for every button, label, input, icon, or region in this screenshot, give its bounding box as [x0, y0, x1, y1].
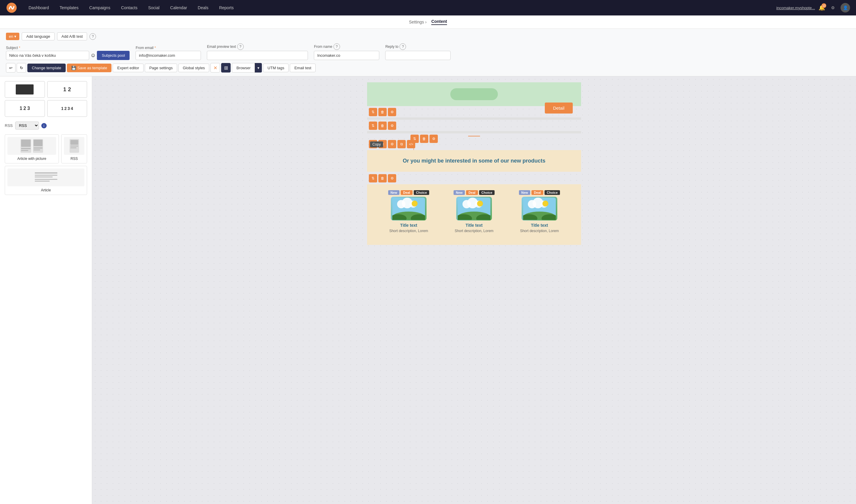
rss-block-icon — [64, 137, 84, 155]
nav-social[interactable]: Social — [143, 1, 165, 15]
avatar[interactable]: 👤 — [840, 3, 850, 13]
copy-section-code[interactable]: </> — [407, 140, 415, 148]
section-1-trash[interactable]: 🗑 — [378, 108, 387, 116]
section-1-move[interactable]: ⇅ — [369, 108, 377, 116]
nav-calendar[interactable]: Calendar — [165, 1, 193, 15]
nav-dashboard[interactable]: Dashboard — [23, 1, 54, 15]
product-img-placeholder — [450, 88, 498, 100]
grid-x-button[interactable]: ✕ — [211, 63, 220, 73]
add-ab-test-button[interactable]: Add A/B test — [57, 32, 87, 40]
settings-icon[interactable]: ⚙ — [829, 3, 837, 12]
subject-label: Subject * — [6, 46, 130, 50]
section-2-move[interactable]: ⇅ — [369, 122, 377, 130]
subjects-pool-button[interactable]: Subjects pool — [97, 51, 130, 60]
reply-to-input[interactable] — [385, 51, 450, 60]
badge-new-2: New — [453, 190, 465, 195]
expert-editor-button[interactable]: Expert editor — [113, 64, 144, 72]
from-name-input[interactable] — [314, 51, 379, 60]
top-section: Detail — [367, 82, 581, 106]
block-rss[interactable]: RSS — [61, 134, 87, 163]
notification-bell-wrap[interactable]: 🔔 10 — [819, 4, 825, 11]
nav-user-link[interactable]: incomaker.myshopte... — [777, 6, 815, 10]
lang-button[interactable]: en ▾ — [6, 33, 19, 40]
email-preview-input[interactable] — [207, 51, 308, 60]
nav-campaigns[interactable]: Campaigns — [84, 1, 115, 15]
section-5-row: ⇅ 🗑 ⚙ — [367, 173, 581, 184]
email-preview-field-group: Email preview text ? — [207, 43, 308, 60]
page-settings-button[interactable]: Page settings — [145, 64, 177, 72]
section-2-settings[interactable]: ⚙ — [388, 122, 396, 130]
change-template-button[interactable]: Change template — [27, 64, 66, 72]
section-5-trash[interactable]: 🗑 — [378, 174, 387, 182]
svg-rect-11 — [70, 146, 78, 146]
email-preview-help[interactable]: ? — [237, 43, 244, 50]
svg-rect-2 — [21, 140, 31, 147]
svg-rect-10 — [70, 140, 78, 145]
nav-right: incomaker.myshopte... 🔔 10 ⚙ 👤 — [777, 3, 850, 13]
section-5-settings[interactable]: ⚙ — [388, 174, 396, 182]
breadcrumb-settings[interactable]: Settings › — [409, 20, 427, 24]
rss-select[interactable]: RSS — [15, 122, 39, 130]
copy-section-settings[interactable]: ⚙ — [388, 140, 396, 148]
main-content: 1 2 1 2 3 1 2 3 4 — [0, 76, 856, 504]
section-1-controls: ⇅ 🗑 ⚙ — [367, 107, 542, 118]
product-2-image — [456, 197, 492, 220]
from-name-label: From name ? — [314, 43, 379, 50]
layout-1col[interactable] — [5, 81, 45, 98]
toolbar-area: en ▾ Add language Add A/B test ? Subject… — [0, 29, 856, 76]
products-intro-section: Or you might be interested in some of ou… — [367, 150, 581, 172]
from-name-help[interactable]: ? — [334, 43, 340, 50]
copy-section-copy[interactable]: ⧉ — [397, 140, 406, 148]
subject-input[interactable] — [6, 51, 89, 60]
product-3-badges: New Deal Choice — [510, 190, 569, 195]
add-language-button[interactable]: Add language — [22, 32, 54, 40]
nav-deals[interactable]: Deals — [192, 1, 214, 15]
save-icon: 💾 — [71, 66, 76, 70]
layout-1-2col[interactable]: 1 2 — [47, 81, 87, 98]
help-button[interactable]: ? — [89, 33, 96, 40]
utm-tags-button[interactable]: UTM tags — [263, 64, 289, 72]
grid-4col-button[interactable]: ⊞ — [221, 63, 231, 73]
breadcrumb-content[interactable]: Content — [431, 19, 447, 25]
email-test-button[interactable]: Email test — [290, 64, 316, 72]
svg-point-25 — [412, 201, 417, 206]
article-label: Article — [7, 188, 84, 192]
lang-row: en ▾ Add language Add A/B test ? — [6, 32, 850, 40]
layout-1-2-3col[interactable]: 1 2 3 — [5, 100, 45, 117]
smile-icon[interactable]: ☺ — [90, 52, 96, 58]
layout-1-2-3-4col[interactable]: 1 2 3 4 — [47, 100, 87, 117]
subject-field-group: Subject * ☺ Subjects pool — [6, 46, 130, 60]
block-article[interactable]: Article — [5, 166, 87, 195]
rss-label: RSS — [5, 123, 13, 128]
section-5-move[interactable]: ⇅ — [369, 174, 377, 182]
nav-links: Dashboard Templates Campaigns Contacts S… — [23, 1, 777, 15]
from-email-input[interactable] — [136, 51, 201, 60]
article-picture-label: Article with picture — [7, 157, 56, 161]
block-article-picture[interactable]: Article with picture — [5, 134, 59, 163]
nav-contacts[interactable]: Contacts — [115, 1, 143, 15]
redo-button[interactable]: ↻ — [17, 63, 26, 73]
undo-button[interactable]: ↩ — [6, 63, 16, 73]
global-styles-button[interactable]: Global styles — [178, 64, 209, 72]
reply-to-help[interactable]: ? — [399, 43, 406, 50]
arrow-section: ⇅ 🗑 ⚙ ↓ — [367, 136, 581, 137]
reply-to-label: Reply to ? — [385, 43, 450, 50]
svg-rect-15 — [35, 177, 53, 177]
from-name-field-group: From name ? — [314, 43, 379, 60]
nav-reports[interactable]: Reports — [214, 1, 239, 15]
section-1-settings[interactable]: ⚙ — [388, 108, 396, 116]
svg-rect-17 — [35, 181, 50, 182]
from-email-field-group: From email * — [136, 46, 201, 60]
browser-button[interactable]: Browser — [232, 63, 255, 73]
nav-templates[interactable]: Templates — [54, 1, 84, 15]
browser-group: Browser ▾ — [232, 63, 262, 73]
products-section: New Deal Choice — [367, 184, 581, 245]
save-as-template-button[interactable]: 💾 Save as template — [67, 64, 111, 72]
logo[interactable] — [6, 2, 17, 13]
product-card-2: New Deal Choice — [441, 187, 507, 236]
reply-to-field-group: Reply to ? — [385, 43, 450, 60]
copy-section-controls: ⇅ 🗑 ⚙ ⧉ </> Copy — [367, 139, 581, 149]
section-2-trash[interactable]: 🗑 — [378, 122, 387, 130]
browser-chevron[interactable]: ▾ — [255, 63, 262, 73]
svg-rect-12 — [70, 147, 76, 148]
